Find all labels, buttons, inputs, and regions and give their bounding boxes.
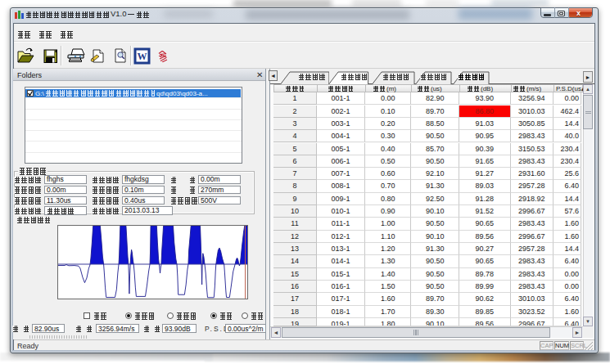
svg-text:W: W: [138, 51, 147, 62]
